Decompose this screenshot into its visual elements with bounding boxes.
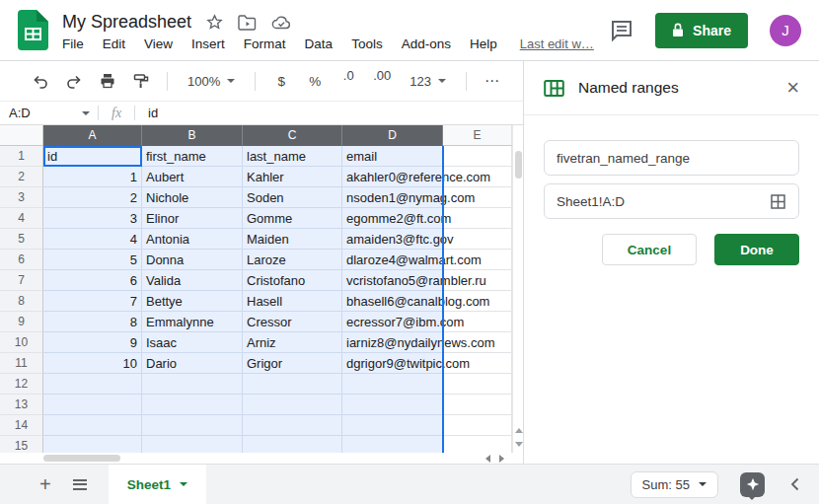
cell-B9[interactable]: Emmalynne [142, 312, 243, 332]
horizontal-scrollbar-thumb[interactable] [43, 455, 120, 462]
print-button[interactable] [95, 68, 120, 94]
column-header-B[interactable]: B [142, 125, 243, 146]
range-name-field[interactable] [544, 140, 799, 176]
cell-A14[interactable] [43, 415, 142, 436]
menu-format[interactable]: Format [244, 36, 286, 51]
column-header-E[interactable]: E [443, 125, 512, 146]
explore-button[interactable] [740, 472, 765, 497]
move-to-folder-icon[interactable] [238, 15, 257, 31]
cell-B13[interactable] [142, 395, 243, 415]
cell-A15[interactable] [43, 436, 142, 453]
format-currency-button[interactable]: $ [268, 68, 294, 94]
cell-A6[interactable]: 5 [43, 250, 142, 270]
zoom-select[interactable]: 100% [181, 74, 242, 89]
cell-B5[interactable]: Antonia [142, 229, 243, 250]
row-header-12[interactable]: 12 [0, 374, 43, 395]
cell-B4[interactable]: Elinor [142, 208, 243, 229]
cell-B3[interactable]: Nichole [142, 187, 243, 208]
cell-B1[interactable]: first_name [142, 146, 243, 167]
cell-E1[interactable] [443, 146, 512, 167]
row-header-2[interactable]: 2 [0, 167, 43, 187]
cell-C10[interactable]: Arniz [243, 332, 342, 353]
select-all-corner[interactable] [0, 125, 43, 146]
cell-D6[interactable]: dlaroze4@walmart.com [342, 250, 443, 270]
cell-D11[interactable]: dgrigor9@twitpic.com [342, 353, 443, 374]
cell-A5[interactable]: 4 [43, 229, 142, 250]
row-header-7[interactable]: 7 [0, 270, 43, 291]
range-reference-input[interactable] [557, 194, 770, 209]
column-header-A[interactable]: A [43, 125, 142, 146]
menu-help[interactable]: Help [470, 36, 497, 51]
cancel-button[interactable]: Cancel [602, 234, 697, 265]
cell-A3[interactable]: 2 [43, 187, 142, 208]
cell-B8[interactable]: Bettye [142, 291, 243, 312]
tab-sheet1[interactable]: Sheet1 [109, 465, 206, 504]
cell-A11[interactable]: 10 [43, 353, 142, 374]
cell-C5[interactable]: Maiden [243, 229, 342, 250]
vertical-scrollbar[interactable] [512, 125, 523, 453]
column-header-D[interactable]: D [342, 125, 443, 146]
more-toolbar-button[interactable]: ⋯ [480, 68, 505, 94]
avatar[interactable]: J [770, 15, 801, 46]
row-header-9[interactable]: 9 [0, 312, 43, 332]
cell-A9[interactable]: 8 [43, 312, 142, 332]
done-button[interactable]: Done [714, 234, 799, 265]
cell-C9[interactable]: Cressor [243, 312, 342, 332]
cell-A8[interactable]: 7 [43, 291, 142, 312]
scroll-right-arrow[interactable] [499, 455, 504, 463]
cell-B15[interactable] [142, 436, 243, 453]
cell-D13[interactable] [342, 395, 443, 415]
formula-input[interactable]: id [135, 106, 158, 120]
cell-D15[interactable] [342, 436, 443, 453]
cell-E4[interactable] [443, 208, 512, 229]
cell-B10[interactable]: Isaac [142, 332, 243, 353]
row-header-6[interactable]: 6 [0, 250, 43, 270]
cell-A12[interactable] [43, 374, 142, 395]
cell-A2[interactable]: 1 [43, 167, 142, 187]
row-header-3[interactable]: 3 [0, 187, 43, 208]
format-percent-button[interactable]: % [302, 68, 328, 94]
row-header-10[interactable]: 10 [0, 332, 43, 353]
star-icon[interactable] [206, 14, 223, 31]
last-edit-link[interactable]: Last edit w… [520, 36, 594, 51]
menu-edit[interactable]: Edit [103, 36, 125, 51]
comment-history-icon[interactable] [610, 19, 633, 42]
range-reference-field[interactable] [544, 183, 799, 219]
cell-C11[interactable]: Grigor [243, 353, 342, 374]
cell-B14[interactable] [142, 415, 243, 436]
cell-D14[interactable] [342, 415, 443, 436]
cell-D8[interactable]: bhasell6@canalblog.com [342, 291, 443, 312]
cell-C14[interactable] [243, 415, 342, 436]
cell-C15[interactable] [243, 436, 342, 453]
share-button[interactable]: Share [655, 13, 748, 48]
cell-D5[interactable]: amaiden3@ftc.gov [342, 229, 443, 250]
scroll-up-arrow[interactable] [515, 428, 523, 433]
menu-insert[interactable]: Insert [191, 36, 225, 51]
scroll-down-arrow[interactable] [515, 442, 523, 447]
name-box[interactable]: A:D [0, 102, 98, 124]
cell-D9[interactable]: ecressor7@ibm.com [342, 312, 443, 332]
cell-C1[interactable]: last_name [243, 146, 342, 167]
cell-C7[interactable]: Cristofano [243, 270, 342, 291]
close-icon[interactable]: × [786, 77, 799, 99]
cell-D4[interactable]: egomme2@ft.com [342, 208, 443, 229]
cell-A4[interactable]: 3 [43, 208, 142, 229]
cell-B11[interactable]: Dario [142, 353, 243, 374]
cell-A13[interactable] [43, 395, 142, 415]
cell-E15[interactable] [443, 436, 512, 453]
sum-indicator[interactable]: Sum: 55 [631, 471, 718, 498]
vertical-scrollbar-thumb[interactable] [515, 151, 522, 179]
select-data-range-icon[interactable] [770, 193, 786, 210]
cell-C6[interactable]: Laroze [243, 250, 342, 270]
cell-D3[interactable]: nsoden1@nymag.com [342, 187, 443, 208]
cell-D12[interactable] [342, 374, 443, 395]
undo-button[interactable] [28, 68, 53, 94]
cell-A7[interactable]: 6 [43, 270, 142, 291]
cell-D10[interactable]: iarniz8@nydailynews.com [342, 332, 443, 353]
menu-view[interactable]: View [144, 36, 173, 51]
cell-C2[interactable]: Kahler [243, 167, 342, 187]
row-header-15[interactable]: 15 [0, 436, 43, 453]
menu-add-ons[interactable]: Add-ons [402, 36, 451, 51]
cell-D2[interactable]: akahler0@reference.com [342, 167, 443, 187]
cell-E14[interactable] [443, 415, 512, 436]
